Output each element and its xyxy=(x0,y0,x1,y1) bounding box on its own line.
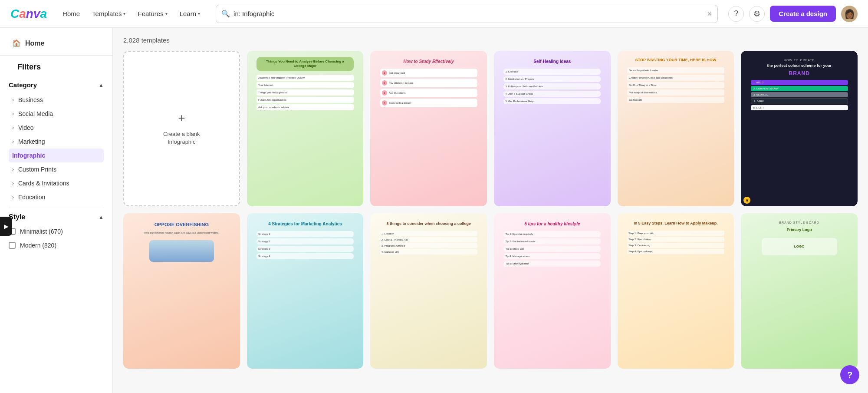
filter-section: Filters Category ▲ › Business › Social M… xyxy=(0,59,112,204)
style-minimalist[interactable]: Minimalist (670) xyxy=(9,225,104,238)
template-preview: Brand Style Board Primary Logo LOGO xyxy=(741,213,858,369)
marketing-chevron-icon: › xyxy=(12,139,14,145)
template-green-college[interactable]: Things You Need to Analyze Before Choosi… xyxy=(247,51,364,206)
template-preview: How to Create the perfect colour scheme … xyxy=(741,51,858,206)
filter-business[interactable]: › Business xyxy=(9,93,104,107)
template-preview: Stop Wasting Your Time, Here is How Be a… xyxy=(618,51,734,206)
filter-education[interactable]: › Education xyxy=(9,190,104,204)
nav-templates[interactable]: Templates ▾ xyxy=(87,7,131,21)
template-pink-study[interactable]: How to Study Effectively 1Get organised … xyxy=(370,51,487,206)
social-chevron-icon: › xyxy=(12,111,14,117)
create-design-button[interactable]: Create a design xyxy=(770,6,836,22)
filter-infographic[interactable]: Infographic xyxy=(9,149,104,162)
template-preview: How to Study Effectively 1Get organised … xyxy=(370,51,487,206)
features-chevron-icon: ▾ xyxy=(165,11,168,16)
video-chevron-icon: › xyxy=(12,125,14,131)
header: Canva Home Templates ▾ Features ▾ Learn … xyxy=(0,0,868,28)
template-preview: Oppose Overfishing Help our fisheries fl… xyxy=(123,213,240,369)
plus-icon: + xyxy=(178,111,185,125)
search-input[interactable]: in: Infographic xyxy=(233,10,704,17)
template-peach-makeup[interactable]: In 5 Easy Steps, Learn How to Apply Make… xyxy=(618,213,734,369)
category-chevron-icon: ▲ xyxy=(99,82,104,88)
help-icon-btn[interactable]: ? xyxy=(728,6,744,22)
logo[interactable]: Canva xyxy=(10,7,47,21)
template-preview: Things You Need to Analyze Before Choosi… xyxy=(247,51,364,206)
main-nav: Home Templates ▾ Features ▾ Learn ▾ xyxy=(57,7,205,21)
template-peach-time[interactable]: Stop Wasting Your Time, Here is How Be a… xyxy=(618,51,734,206)
template-blue-marketing[interactable]: 4 Strategies for Marketing Analytics Str… xyxy=(247,213,364,369)
search-icon: 🔍 xyxy=(221,10,230,18)
sidebar-divider xyxy=(0,55,112,56)
business-chevron-icon: › xyxy=(12,97,14,103)
header-actions: ? ⚙ Create a design 👩🏾 xyxy=(728,6,858,22)
template-preview: Self-Healing Ideas 1. Exercise 2. Medita… xyxy=(494,51,611,206)
home-icon: 🏠 xyxy=(12,39,21,47)
settings-icon-btn[interactable]: ⚙ xyxy=(749,6,765,22)
style-section-header[interactable]: Style ▲ xyxy=(9,208,104,225)
cards-chevron-icon: › xyxy=(12,180,14,186)
template-preview: 4 Strategies for Marketing Analytics Str… xyxy=(247,213,364,369)
template-cream-college[interactable]: 8 things to consider when choosing a col… xyxy=(370,213,487,369)
template-pink-lifestyle[interactable]: 5 tips for a healthy lifestyle Tip 1: Ex… xyxy=(494,213,611,369)
filter-marketing[interactable]: › Marketing xyxy=(9,135,104,149)
education-chevron-icon: › xyxy=(12,194,14,200)
filter-video[interactable]: › Video xyxy=(9,121,104,135)
sidebar-home[interactable]: 🏠 Home xyxy=(3,35,109,52)
template-green-brand-board[interactable]: Brand Style Board Primary Logo LOGO xyxy=(741,213,858,369)
custom-prints-chevron-icon: › xyxy=(12,166,14,172)
template-coral-fishing[interactable]: Oppose Overfishing Help our fisheries fl… xyxy=(123,213,240,369)
nav-learn[interactable]: Learn ▾ xyxy=(174,7,205,21)
learn-chevron-icon: ▾ xyxy=(198,11,200,16)
template-purple-healing[interactable]: Self-Healing Ideas 1. Exercise 2. Medita… xyxy=(494,51,611,206)
help-button[interactable]: ? xyxy=(840,365,859,384)
style-section: Style ▲ Minimalist (670) Modern (820) xyxy=(0,208,112,252)
side-panel[interactable]: ▶ xyxy=(0,217,12,236)
nav-features[interactable]: Features ▾ xyxy=(132,7,172,21)
clear-search-icon[interactable]: ✕ xyxy=(707,10,712,17)
style-modern[interactable]: Modern (820) xyxy=(9,238,104,252)
avatar[interactable]: 👩🏾 xyxy=(841,6,858,22)
category-section-header[interactable]: Category ▲ xyxy=(9,77,104,93)
template-preview: 8 things to consider when choosing a col… xyxy=(370,213,487,369)
template-dark-brand[interactable]: How to Create the perfect colour scheme … xyxy=(741,51,858,206)
section-divider xyxy=(9,206,104,206)
filter-custom-prints[interactable]: › Custom Prints xyxy=(9,162,104,176)
create-blank-label: Create a blankInfographic xyxy=(163,130,200,146)
templates-chevron-icon: ▾ xyxy=(123,11,125,16)
template-preview: In 5 Easy Steps, Learn How to Apply Make… xyxy=(618,213,734,369)
style-chevron-icon: ▲ xyxy=(99,214,104,220)
templates-grid: + Create a blankInfographic Things You N… xyxy=(123,51,858,369)
filters-label: Filters xyxy=(9,59,104,77)
create-blank-card[interactable]: + Create a blankInfographic xyxy=(123,51,240,206)
content-area: 2,028 templates + Create a blankInfograp… xyxy=(113,28,868,393)
sidebar: 🏠 Home Filters Category ▲ › Business › S… xyxy=(0,28,113,393)
filter-cards-invitations[interactable]: › Cards & Invitations xyxy=(9,176,104,190)
search-bar: 🔍 in: Infographic ✕ xyxy=(216,5,718,23)
templates-count: 2,028 templates xyxy=(123,36,858,44)
side-panel-icon[interactable]: ▶ xyxy=(0,220,12,232)
nav-home[interactable]: Home xyxy=(57,7,85,21)
main-layout: 🏠 Home Filters Category ▲ › Business › S… xyxy=(0,28,868,393)
template-preview: 5 tips for a healthy lifestyle Tip 1: Ex… xyxy=(494,213,611,369)
modern-checkbox[interactable] xyxy=(9,242,16,249)
filter-social-media[interactable]: › Social Media xyxy=(9,107,104,121)
